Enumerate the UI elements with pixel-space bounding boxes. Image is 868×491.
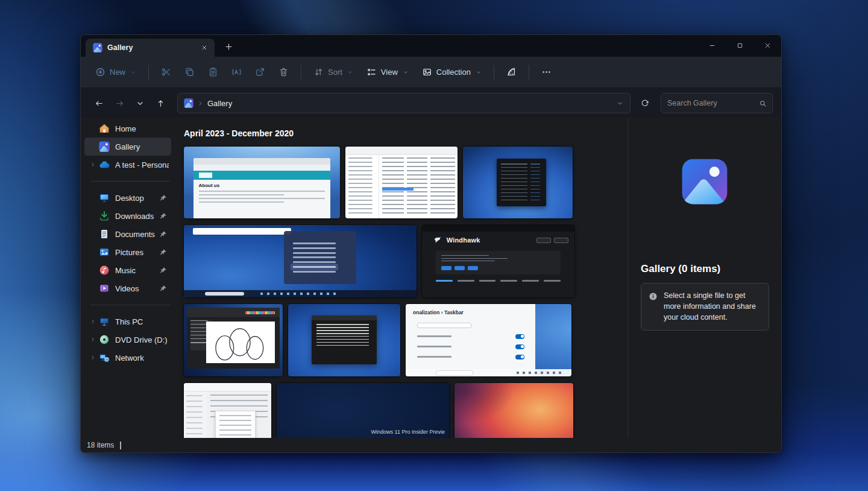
maximize-button[interactable]	[726, 35, 753, 55]
toolbar-label: New	[110, 68, 125, 77]
gallery-logo	[681, 158, 728, 205]
sidebar-item-a-test-personal[interactable]: A test - Personal	[84, 156, 171, 174]
sidebar-item-dvd-drive-d-ccc[interactable]: DVD Drive (D:) CCC	[84, 331, 171, 349]
view-button[interactable]: View	[360, 62, 415, 83]
copy-button[interactable]	[178, 62, 201, 83]
new-button[interactable]: New	[89, 62, 142, 83]
ellipsis-icon	[541, 67, 552, 77]
sidebar-item-this-pc[interactable]: This PC	[84, 312, 171, 331]
sidebar-item-label: A test - Personal	[115, 160, 169, 169]
rename-button[interactable]	[225, 62, 248, 83]
collection-button[interactable]: Collection	[416, 62, 488, 83]
tab-gallery[interactable]: Gallery	[86, 39, 215, 57]
sidebar-item-gallery[interactable]: Gallery	[84, 138, 171, 156]
status-bar: 18 items	[81, 438, 781, 452]
thumbnail-insider-watermark[interactable]: Windows 11 Pro Insider Previe Evaluation…	[277, 383, 449, 438]
pizza-button[interactable]	[500, 62, 523, 83]
more-options-button[interactable]	[535, 62, 558, 83]
collection-icon	[422, 67, 432, 77]
breadcrumb-item[interactable]: Gallery	[207, 99, 232, 108]
chevron-right-icon[interactable]	[87, 162, 99, 168]
sidebar-item-label: Music	[115, 266, 158, 275]
sort-button[interactable]: Sort	[307, 62, 359, 83]
search-input[interactable]	[667, 99, 755, 107]
desktop: { "desktop": { "wallpaper": "windows-11-…	[0, 0, 868, 491]
rename-icon	[231, 67, 242, 77]
thumbnail-desktop-context[interactable]	[184, 225, 417, 297]
toolbar-separator	[148, 65, 149, 80]
pin-icon[interactable]	[158, 194, 168, 202]
toolbar-separator	[494, 65, 494, 80]
sidebar-item-pictures[interactable]: Pictures	[84, 243, 171, 261]
toolbar-separator	[529, 65, 529, 80]
up-button[interactable]	[151, 93, 170, 113]
address-dropdown-button[interactable]	[612, 95, 627, 111]
tab-close-button[interactable]	[198, 41, 211, 54]
share-button[interactable]	[249, 62, 271, 83]
content-pane: April 2023 - December 2020 About usWindh…	[174, 118, 627, 438]
forward-button[interactable]	[110, 93, 129, 113]
cut-button[interactable]	[155, 62, 177, 83]
thumbnail-paint[interactable]	[184, 304, 283, 376]
gallery-icon	[93, 43, 102, 52]
sidebar-item-label: Desktop	[115, 194, 158, 203]
sidebar-item-documents[interactable]: Documents	[84, 225, 171, 243]
sidebar-item-label: Documents	[115, 230, 158, 239]
thumbnail-browser-about[interactable]: About us	[184, 147, 340, 218]
pizza-icon	[506, 67, 517, 77]
sidebar-item-downloads[interactable]: Downloads	[84, 207, 171, 225]
tab-strip[interactable]: Gallery	[81, 35, 781, 57]
gallery-icon	[184, 98, 193, 108]
dvd-icon	[99, 334, 110, 345]
pin-icon[interactable]	[158, 285, 168, 293]
close-button[interactable]	[753, 35, 781, 55]
group-header: April 2023 - December 2020	[184, 128, 627, 138]
gallery-icon	[99, 141, 110, 152]
sidebar-item-label: Downloads	[115, 212, 158, 221]
plus-circle-icon	[95, 67, 105, 77]
pin-icon[interactable]	[158, 212, 168, 220]
thumbnail-row: About us	[184, 147, 627, 218]
chevron-right-icon[interactable]	[87, 318, 99, 325]
sidebar-item-network[interactable]: Network	[84, 349, 171, 367]
minimize-button[interactable]	[698, 35, 726, 55]
file-explorer-window: Gallery NewSortViewCollection Gallery	[80, 34, 782, 453]
new-tab-button[interactable]	[221, 39, 236, 54]
sidebar-item-label: This PC	[115, 317, 169, 326]
refresh-button[interactable]	[635, 93, 655, 113]
pin-icon[interactable]	[158, 267, 168, 274]
pin-icon[interactable]	[158, 249, 168, 256]
address-bar[interactable]: Gallery	[177, 93, 631, 113]
videos-icon	[99, 283, 110, 294]
sidebar-item-label: Videos	[115, 284, 158, 293]
documents-icon	[99, 229, 110, 239]
view-icon	[366, 67, 377, 77]
paste-button[interactable]	[202, 62, 224, 83]
status-divider	[120, 442, 121, 449]
delete-button[interactable]	[272, 62, 295, 83]
sidebar-item-home[interactable]: Home	[84, 119, 171, 138]
window-body: HomeGalleryA test - PersonalDesktopDownl…	[81, 118, 781, 438]
desktop-icon	[99, 192, 110, 203]
thumbnail-grid: About usWindhawkonalization › TaskbarWin…	[184, 147, 627, 438]
sidebar-item-music[interactable]: Music	[84, 261, 171, 279]
thumbnail-registry[interactable]	[345, 147, 458, 218]
thumbnail-bloom-terminal[interactable]	[288, 304, 400, 376]
back-button[interactable]	[89, 93, 108, 113]
sidebar-item-label: Home	[115, 124, 169, 133]
thumbnail-bloom-dark-window[interactable]	[463, 147, 573, 218]
share-icon	[255, 67, 265, 77]
chevron-right-icon[interactable]	[87, 337, 99, 343]
chevron-down-icon	[347, 69, 353, 75]
pin-icon[interactable]	[158, 230, 168, 238]
sidebar-item-desktop[interactable]: Desktop	[84, 189, 171, 207]
details-title: Gallery (0 items)	[641, 263, 781, 275]
breadcrumb-chevron-icon	[198, 101, 203, 106]
recent-locations-button[interactable]	[130, 93, 149, 113]
sidebar-item-videos[interactable]: Videos	[84, 279, 171, 297]
thumbnail-windhawk[interactable]: Windhawk	[422, 225, 574, 297]
thumbnail-red-bloom[interactable]	[454, 383, 573, 438]
chevron-right-icon[interactable]	[87, 355, 99, 361]
thumbnail-settings-taskbar[interactable]: onalization › Taskbar	[406, 304, 571, 376]
thumbnail-explorer-light[interactable]	[184, 383, 271, 438]
